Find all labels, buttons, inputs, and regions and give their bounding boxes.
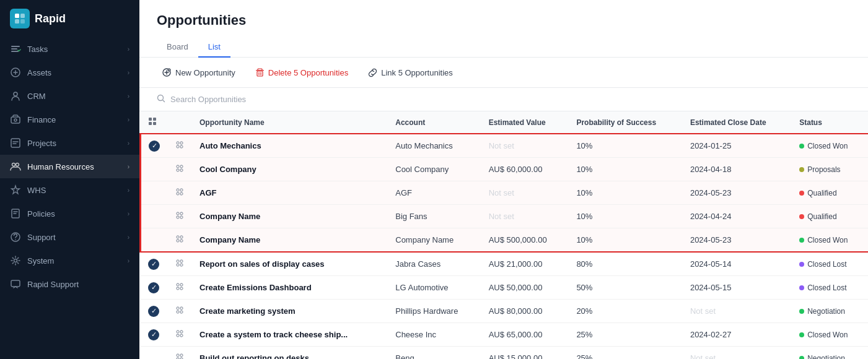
- row-select-cell[interactable]: ✓: [141, 323, 168, 347]
- col-account[interactable]: Account: [388, 111, 481, 134]
- link-icon: [368, 68, 377, 77]
- row-select-cell[interactable]: [141, 181, 168, 205]
- account-cell[interactable]: Benq: [388, 347, 481, 360]
- sidebar-item-system[interactable]: System ›: [0, 249, 139, 272]
- status-badge: Negotiation: [799, 354, 861, 360]
- row-checkbox[interactable]: ✓: [148, 282, 159, 293]
- sidebar-item-human-resources[interactable]: Human Resources ›: [0, 155, 139, 178]
- account-cell[interactable]: Auto Mechanics: [388, 134, 481, 158]
- status-label: Closed Won: [807, 236, 848, 244]
- account-cell[interactable]: Cool Company: [388, 158, 481, 181]
- opportunity-name-cell[interactable]: Company Name: [192, 205, 388, 228]
- row-select-cell[interactable]: [141, 205, 168, 228]
- table-row[interactable]: ✓Report on sales of display casesJabra C…: [141, 252, 869, 276]
- probability-cell: 80%: [569, 252, 683, 276]
- row-select-cell[interactable]: [141, 158, 168, 181]
- account-cell[interactable]: Big Fans: [388, 205, 481, 228]
- sidebar-item-tasks[interactable]: Tasks ›: [0, 37, 139, 61]
- new-opportunity-button[interactable]: New Opportunity: [157, 65, 240, 80]
- svg-point-30: [180, 142, 183, 144]
- svg-point-36: [180, 169, 183, 171]
- col-value[interactable]: Estimated Value: [481, 111, 569, 134]
- sidebar-item-finance[interactable]: Finance ›: [0, 108, 139, 131]
- status-cell: Proposals: [792, 158, 868, 181]
- opportunity-name-cell[interactable]: Cool Company: [192, 158, 388, 181]
- svg-rect-0: [15, 14, 19, 18]
- table-row[interactable]: ✓Create marketing systemPhillips Hardwar…: [141, 300, 869, 323]
- opportunity-name-cell[interactable]: AGF: [192, 181, 388, 205]
- value-cell: AU$ 65,000.00: [481, 323, 569, 347]
- sidebar-item-crm[interactable]: CRM ›: [0, 84, 139, 108]
- status-badge: Closed Won: [799, 142, 861, 150]
- sidebar-item-whs[interactable]: WHS ›: [0, 178, 139, 202]
- status-label: Closed Lost: [807, 260, 846, 269]
- opportunity-name: Company Name: [199, 235, 260, 244]
- table-row[interactable]: Cool CompanyCool CompanyAU$ 60,000.0010%…: [141, 158, 869, 181]
- account-cell[interactable]: Phillips Hardware: [388, 300, 481, 323]
- status-dot: [799, 309, 804, 314]
- account-cell[interactable]: LG Automotive: [388, 276, 481, 300]
- sidebar-item-support[interactable]: Support ›: [0, 225, 139, 249]
- svg-point-32: [180, 145, 183, 148]
- svg-point-65: [177, 354, 179, 357]
- opportunity-name-cell[interactable]: Create Emissions Dashboard: [192, 276, 388, 300]
- tab-board[interactable]: Board: [157, 37, 198, 58]
- status-cell: Closed Lost: [792, 276, 868, 300]
- row-select-cell[interactable]: [141, 347, 168, 360]
- account-cell[interactable]: AGF: [388, 181, 481, 205]
- row-checkbox[interactable]: ✓: [148, 259, 159, 270]
- probability-cell: 10%: [569, 158, 683, 181]
- svg-point-50: [180, 260, 183, 262]
- link-opportunities-button[interactable]: Link 5 Opportunities: [363, 66, 458, 80]
- finance-icon: [10, 114, 21, 125]
- sidebar-item-rapid-support[interactable]: Rapid Support: [0, 272, 139, 296]
- table-row[interactable]: Company NameBig FansNot set10%2024-04-24…: [141, 205, 869, 228]
- opportunity-name-cell[interactable]: Create a system to track cheese ship...: [192, 323, 388, 347]
- value-cell: AU$ 60,000.00: [481, 158, 569, 181]
- opportunity-name-cell[interactable]: Create marketing system: [192, 300, 388, 323]
- table-row[interactable]: AGFAGFNot set10%2024-05-23Qualified: [141, 181, 869, 205]
- svg-rect-23: [257, 71, 263, 76]
- opportunity-type-icon: [175, 163, 185, 173]
- svg-point-61: [177, 331, 179, 333]
- svg-point-41: [177, 212, 179, 215]
- account-cell[interactable]: Cheese Inc: [388, 323, 481, 347]
- sidebar-label-tasks: Tasks: [27, 45, 48, 54]
- row-checkbox[interactable]: ✓: [148, 306, 159, 317]
- col-name[interactable]: Opportunity Name: [192, 111, 388, 134]
- opportunity-name-cell[interactable]: Auto Mechanics: [192, 134, 388, 158]
- tab-list[interactable]: List: [198, 37, 230, 58]
- table-row[interactable]: Build out reporting on desksBenqAU$ 15,0…: [141, 347, 869, 360]
- row-select-cell[interactable]: ✓: [141, 134, 168, 158]
- account-cell[interactable]: Company Name: [388, 228, 481, 253]
- table-row[interactable]: Company NameCompany NameAU$ 500,000.0010…: [141, 228, 869, 253]
- svg-rect-4: [11, 46, 20, 47]
- row-checkbox[interactable]: ✓: [149, 141, 160, 152]
- row-checkbox[interactable]: ✓: [148, 329, 159, 340]
- sidebar-item-policies[interactable]: Policies ›: [0, 202, 139, 225]
- col-status[interactable]: Status: [792, 111, 868, 134]
- opportunity-name-cell[interactable]: Build out reporting on desks: [192, 347, 388, 360]
- account-cell[interactable]: Jabra Cases: [388, 252, 481, 276]
- table-row[interactable]: ✓Auto MechanicsAuto MechanicsNot set10%2…: [141, 134, 869, 158]
- opportunity-name-cell[interactable]: Company Name: [192, 228, 388, 253]
- col-probability[interactable]: Probability of Success: [569, 111, 683, 134]
- row-select-cell[interactable]: ✓: [141, 300, 168, 323]
- col-select: [141, 111, 168, 134]
- svg-point-37: [177, 189, 179, 191]
- table-row[interactable]: ✓Create a system to track cheese ship...…: [141, 323, 869, 347]
- row-select-cell[interactable]: ✓: [141, 276, 168, 300]
- table-row[interactable]: ✓Create Emissions DashboardLG Automotive…: [141, 276, 869, 300]
- opportunity-type-icon: [175, 210, 185, 220]
- value-cell: AU$ 500,000.00: [481, 228, 569, 253]
- svg-rect-2: [15, 19, 19, 24]
- sidebar-item-projects[interactable]: Projects ›: [0, 131, 139, 155]
- row-select-cell[interactable]: ✓: [141, 252, 168, 276]
- search-input[interactable]: [170, 95, 325, 104]
- delete-opportunities-button[interactable]: Delete 5 Opportunities: [250, 66, 353, 80]
- opportunity-name-cell[interactable]: Report on sales of display cases: [192, 252, 388, 276]
- row-select-cell[interactable]: [141, 228, 168, 253]
- col-close-date[interactable]: Estimated Close Date: [683, 111, 792, 134]
- svg-point-39: [177, 192, 179, 195]
- sidebar-item-assets[interactable]: Assets ›: [0, 61, 139, 84]
